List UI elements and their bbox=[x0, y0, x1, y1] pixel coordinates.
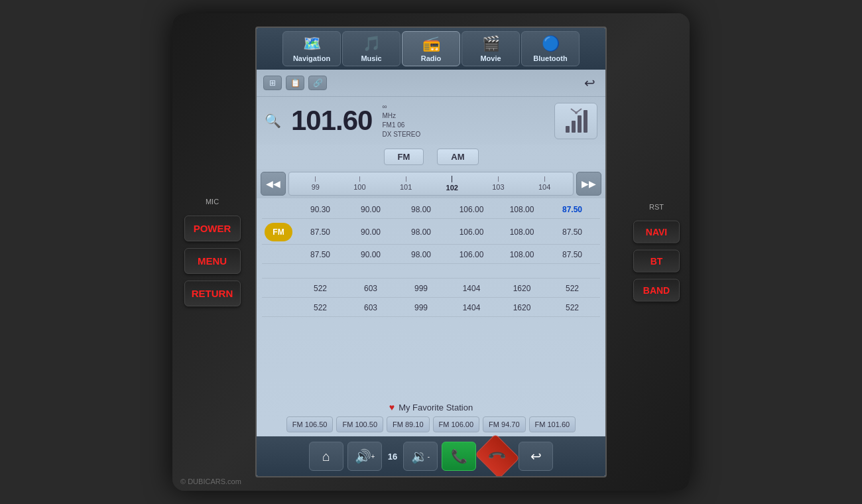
preset-cell[interactable]: 522 bbox=[556, 283, 589, 294]
nav-bar: 🗺️ Navigation 🎵 Music 📻 Radio 🎬 Movie 🔵 … bbox=[257, 28, 605, 70]
preset-cell[interactable]: 87.50 bbox=[556, 249, 589, 261]
preset-cells-5: 522 603 999 1404 1620 522 bbox=[295, 283, 597, 294]
freq-mode: DX STEREO bbox=[382, 130, 420, 139]
home-button[interactable]: ⌂ bbox=[309, 442, 343, 471]
fav-btn-2[interactable]: FM 100.50 bbox=[336, 416, 383, 432]
signal-icon bbox=[554, 103, 597, 139]
preset-cell[interactable]: 1404 bbox=[455, 283, 488, 294]
preset-cell[interactable]: 108.00 bbox=[505, 226, 538, 238]
menu-button[interactable]: MENU bbox=[184, 248, 241, 274]
preset-cells-3: 87.50 90.00 98.00 106.00 108.00 87.50 bbox=[295, 249, 597, 261]
rst-label: RST bbox=[649, 203, 664, 211]
fav-btn-3[interactable]: FM 89.10 bbox=[387, 416, 429, 432]
preset-row-3: 87.50 90.00 98.00 106.00 108.00 87.50 bbox=[262, 246, 600, 264]
preset-cell[interactable]: 1620 bbox=[505, 302, 538, 314]
preset-cell[interactable]: 108.00 bbox=[505, 249, 538, 261]
preset-cell[interactable]: 1620 bbox=[505, 283, 538, 294]
scale-mark-100[interactable]: 100 bbox=[353, 176, 365, 191]
tuner-bar: ◀◀ 99 100 101 bbox=[257, 169, 605, 198]
nav-item-music[interactable]: 🎵 Music bbox=[342, 31, 400, 66]
freq-infinity: ∞ bbox=[382, 102, 420, 111]
preset-cell[interactable]: 108.00 bbox=[505, 204, 538, 216]
preset-cell[interactable]: 90.00 bbox=[354, 249, 387, 261]
fav-btn-5[interactable]: FM 94.70 bbox=[483, 416, 525, 432]
preset-cell[interactable]: 98.00 bbox=[404, 226, 438, 238]
toolbar-icons: ⊞ 📋 🔗 bbox=[263, 76, 327, 90]
preset-cell[interactable]: 90.00 bbox=[354, 226, 387, 238]
presets-section: 90.30 90.00 98.00 106.00 108.00 87.50 FM… bbox=[257, 198, 605, 398]
bluetooth-icon: 🔵 bbox=[542, 35, 560, 52]
preset-cell[interactable]: 522 bbox=[304, 302, 337, 314]
screen-content: ⊞ 📋 🔗 ↩ 🔍 101.60 ∞ MHz FM1 06 DX STEREO bbox=[257, 70, 605, 476]
tick-101 bbox=[406, 176, 406, 182]
preset-row-5: 522 603 999 1404 1620 522 bbox=[262, 280, 600, 298]
preset-cell[interactable]: 98.00 bbox=[404, 249, 438, 261]
freq-band-detail: FM1 06 bbox=[382, 121, 420, 130]
fav-btn-6[interactable]: FM 101.60 bbox=[529, 416, 576, 432]
preset-cell-highlight[interactable]: 87.50 bbox=[556, 204, 589, 216]
preset-cell[interactable]: 999 bbox=[404, 302, 438, 314]
main-screen: 🗺️ Navigation 🎵 Music 📻 Radio 🎬 Movie 🔵 … bbox=[255, 27, 607, 477]
preset-cell[interactable]: 106.00 bbox=[455, 249, 488, 261]
preset-cell[interactable]: 106.00 bbox=[455, 204, 488, 216]
scale-mark-101[interactable]: 101 bbox=[400, 176, 412, 191]
nav-item-movie[interactable]: 🎬 Movie bbox=[462, 31, 520, 66]
return-button[interactable]: RETURN bbox=[184, 281, 241, 306]
nav-item-bluetooth[interactable]: 🔵 Bluetooth bbox=[521, 31, 580, 66]
svg-point-6 bbox=[575, 111, 578, 114]
nav-item-navigation[interactable]: 🗺️ Navigation bbox=[282, 31, 341, 66]
watermark: © DUBICARS.com bbox=[180, 477, 241, 485]
preset-cell[interactable]: 90.30 bbox=[304, 204, 337, 216]
music-icon: 🎵 bbox=[363, 35, 381, 52]
navi-button[interactable]: NAVI bbox=[633, 221, 680, 243]
call-button[interactable]: 📞 bbox=[442, 442, 476, 471]
preset-cell[interactable]: 1404 bbox=[455, 302, 488, 314]
preset-cell[interactable]: 87.50 bbox=[304, 226, 337, 238]
toolbar-icon-3[interactable]: 🔗 bbox=[308, 76, 327, 90]
fm-button[interactable]: FM bbox=[384, 149, 424, 165]
preset-cell[interactable]: 87.50 bbox=[304, 249, 337, 261]
preset-cell[interactable]: 603 bbox=[354, 283, 387, 294]
favorites-title: ♥ My Favorite Station bbox=[262, 402, 600, 412]
preset-cell[interactable]: 90.00 bbox=[354, 204, 387, 216]
preset-cell[interactable]: 87.50 bbox=[556, 226, 589, 238]
toolbar-icon-1[interactable]: ⊞ bbox=[263, 76, 282, 90]
toolbar-row: ⊞ 📋 🔗 ↩ bbox=[257, 70, 605, 97]
movie-icon: 🎬 bbox=[482, 35, 500, 52]
tick-103 bbox=[498, 176, 499, 182]
preset-cells-6: 522 603 999 1404 1620 522 bbox=[295, 302, 597, 314]
fav-btn-1[interactable]: FM 106.50 bbox=[286, 416, 334, 432]
preset-cells-2: 87.50 90.00 98.00 106.00 108.00 87.50 bbox=[295, 226, 597, 238]
preset-cell[interactable]: 522 bbox=[304, 283, 337, 294]
nav-item-radio[interactable]: 📻 Radio bbox=[402, 31, 460, 66]
preset-cell[interactable]: 98.00 bbox=[404, 204, 438, 216]
back-button[interactable]: ↩ bbox=[580, 74, 599, 92]
nav-label-movie: Movie bbox=[480, 54, 501, 62]
toolbar-icon-2[interactable]: 📋 bbox=[286, 76, 304, 90]
left-panel: MIC POWER MENU RETURN bbox=[172, 184, 252, 320]
am-button[interactable]: AM bbox=[437, 149, 478, 165]
scale-mark-102[interactable]: 102 bbox=[446, 176, 458, 192]
preset-cell[interactable]: 999 bbox=[404, 283, 438, 294]
scale-mark-103[interactable]: 103 bbox=[492, 176, 504, 191]
bt-button[interactable]: BT bbox=[633, 250, 680, 273]
back-nav-button[interactable]: ↩ bbox=[519, 442, 553, 471]
preset-cell[interactable]: 522 bbox=[556, 302, 589, 314]
band-button[interactable]: BAND bbox=[633, 279, 680, 302]
tune-right-button[interactable]: ▶▶ bbox=[576, 172, 601, 196]
nav-label-navigation: Navigation bbox=[293, 54, 330, 62]
tune-left-button[interactable]: ◀◀ bbox=[261, 172, 286, 196]
scale-mark-104[interactable]: 104 bbox=[538, 176, 550, 191]
freq-unit: MHz bbox=[382, 111, 420, 121]
power-button[interactable]: POWER bbox=[184, 216, 241, 241]
svg-rect-0 bbox=[566, 126, 570, 133]
end-call-button[interactable]: 📞 bbox=[475, 434, 520, 477]
preset-row-6: 522 603 999 1404 1620 522 bbox=[262, 299, 600, 317]
volume-down-button[interactable]: 🔉- bbox=[403, 442, 438, 471]
volume-up-button[interactable]: 🔊+ bbox=[347, 442, 382, 471]
preset-cell[interactable]: 603 bbox=[354, 302, 387, 314]
fav-btn-4[interactable]: FM 106.00 bbox=[433, 416, 480, 432]
bottom-bar: ⌂ 🔊+ 16 🔉- 📞 📞 ↩ bbox=[257, 436, 605, 476]
preset-cell[interactable]: 106.00 bbox=[455, 226, 488, 238]
scale-mark-99[interactable]: 99 bbox=[312, 176, 320, 191]
